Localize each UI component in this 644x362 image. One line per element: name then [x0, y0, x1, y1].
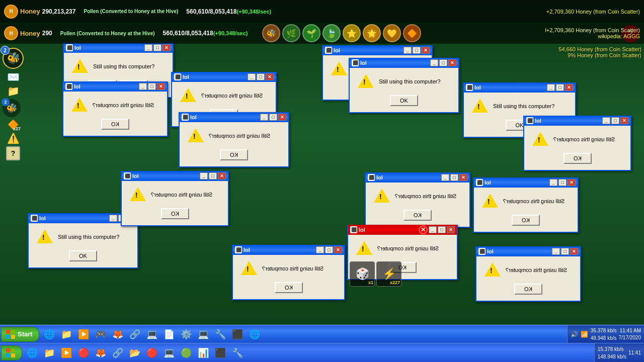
dialog-minimize-btn[interactable]: _ [139, 83, 147, 90]
icon-warning[interactable]: ⚠️ [3, 132, 24, 144]
dialog-close-btn[interactable]: ✕ [620, 117, 628, 124]
taskbar-ie-icon[interactable]: 🌐 [41, 327, 57, 341]
dialog-close-btn[interactable]: ✕ [568, 179, 576, 186]
dialog-close-btn[interactable]: ✕ [157, 83, 165, 90]
dialog-maximize-btn[interactable]: □ [450, 174, 458, 181]
dialog-ok-btn[interactable]: KO [101, 119, 129, 130]
dialog-close-btn[interactable]: ✕ [447, 226, 455, 233]
dialog-ok-btn[interactable]: KO [161, 208, 189, 219]
dialog-close-btn[interactable]: ✕ [218, 172, 226, 179]
icon-envelope[interactable]: ✉️ [3, 71, 24, 83]
dialog-minimize-btn[interactable]: _ [200, 172, 208, 179]
dialog-close-btn[interactable]: ✕ [334, 246, 342, 253]
dialog-ok-btn[interactable]: OK [390, 95, 418, 106]
taskbar-game-icon[interactable]: 🎮 [93, 327, 109, 341]
dialog-maximize-btn[interactable]: □ [153, 44, 162, 51]
taskbar2-cmd2-icon[interactable]: ⬛ [212, 346, 228, 360]
taskbar2-util2-icon[interactable]: 🔧 [229, 346, 246, 360]
taskbar-net-icon[interactable]: 🔗 [127, 327, 143, 341]
col-lightning[interactable]: ⚡ x227 [376, 261, 401, 287]
icon-bee2[interactable]: 🐝 2 [3, 99, 24, 117]
taskbar-settings-icon[interactable]: ⚙️ [178, 327, 194, 341]
start-button[interactable]: Start [1, 327, 39, 342]
taskbar-media-icon[interactable]: ▶️ [75, 327, 92, 341]
dialog-maximize-btn[interactable]: □ [209, 172, 217, 179]
taskbar2-net-icon[interactable]: 🔗 [110, 346, 126, 360]
taskbar2-ie-icon[interactable]: 🌐 [24, 346, 40, 360]
dialog-ok-btn[interactable]: KO [512, 215, 540, 226]
taskbar-doc-icon[interactable]: 📄 [161, 327, 177, 341]
dialog-minimize-btn[interactable]: _ [109, 215, 117, 222]
dialog-maximize-btn[interactable]: □ [413, 47, 421, 54]
dialog-close-btn[interactable]: ✕ [448, 59, 456, 66]
red-close-icon[interactable]: ✕ [419, 225, 428, 234]
taskbar2-folder-icon[interactable]: 📁 [41, 346, 57, 360]
game-icon-leaf[interactable]: 🌿 [282, 24, 300, 42]
taskbar2-folder2-icon[interactable]: 📂 [127, 346, 143, 360]
dialog-close-btn[interactable]: ✕ [266, 73, 274, 80]
taskbar-folder-icon[interactable]: 📁 [58, 327, 74, 341]
col-dice[interactable]: 🎲 x1 [350, 261, 375, 287]
dialog-minimize-btn[interactable]: _ [552, 248, 560, 255]
game-icon-orange[interactable]: 🔶 [403, 24, 421, 42]
taskbar-computer-icon[interactable]: 💻 [144, 327, 160, 341]
dialog-maximize-btn[interactable]: □ [325, 246, 333, 253]
taskbar2-red-icon[interactable]: 🔴 [144, 346, 160, 360]
dialog-minimize-btn[interactable]: _ [316, 246, 324, 253]
dialog-maximize-btn[interactable]: □ [269, 114, 277, 121]
taskbar2-green-icon[interactable]: 🟢 [178, 346, 194, 360]
dialog-close-btn[interactable]: ✕ [459, 174, 467, 181]
dialog-close-btn[interactable]: ✕ [278, 114, 286, 121]
dialog-ok-btn[interactable]: OK [69, 250, 97, 261]
dialog-maximize-btn[interactable]: □ [556, 84, 564, 91]
icon-x27[interactable]: 🔶 x27 [3, 119, 24, 130]
dialog-close-btn[interactable]: ✕ [570, 248, 578, 255]
game-icon-green[interactable]: 🍃 [323, 24, 341, 42]
taskbar-util-icon[interactable]: 🔧 [212, 327, 228, 341]
start-button-2[interactable] [1, 345, 22, 360]
dialog-maximize-btn[interactable]: □ [148, 83, 156, 90]
game-icon-gold[interactable]: 💛 [383, 24, 401, 42]
dialog-close-btn[interactable]: ✕ [565, 84, 573, 91]
dialog-maximize-btn[interactable]: □ [561, 248, 569, 255]
dialog-minimize-btn[interactable]: _ [441, 174, 449, 181]
taskbar-net2-icon[interactable]: 🌐 [247, 327, 263, 341]
dialog-minimize-btn[interactable]: _ [429, 226, 437, 233]
dialog-minimize-btn[interactable]: _ [430, 59, 438, 66]
dialog-maximize-btn[interactable]: □ [257, 73, 265, 80]
taskbar2-media-icon[interactable]: ▶️ [58, 346, 74, 360]
taskbar2-sys-icon[interactable]: 💻 [161, 346, 177, 360]
icon-question[interactable]: ? [3, 146, 24, 160]
dialog-maximize-btn[interactable]: □ [439, 59, 447, 66]
dialog-ok-btn[interactable]: KO [404, 210, 432, 221]
game-icon-star2[interactable]: 🌟 [363, 24, 381, 42]
dialog-ok-btn[interactable]: KO [220, 149, 248, 160]
dialog-ok-btn[interactable]: KO [275, 282, 303, 293]
game-icon-bee[interactable]: 🐝 [262, 24, 280, 42]
dialog-ok-btn[interactable]: KO [514, 284, 542, 295]
tray-network[interactable]: 📶 [581, 330, 589, 338]
dialog-minimize-btn[interactable]: _ [404, 47, 412, 54]
taskbar-terminal-icon[interactable]: ⬛ [229, 327, 246, 341]
tray-volume[interactable]: 🔊 [571, 330, 579, 338]
bee-counter-icon[interactable]: 🐝 2 [3, 48, 24, 69]
taskbar2-sheet-icon[interactable]: 📊 [195, 346, 211, 360]
dialog-maximize-btn[interactable]: □ [438, 226, 446, 233]
dialog-close-btn[interactable]: ✕ [163, 44, 171, 51]
dialog-ok-btn[interactable]: KO [564, 153, 592, 164]
dialog-minimize-btn[interactable]: _ [549, 179, 557, 186]
taskbar-cmd-icon[interactable]: 💻 [195, 327, 211, 341]
dialog-close-btn[interactable]: ✕ [422, 47, 430, 54]
dialog-minimize-btn[interactable]: _ [602, 117, 610, 124]
icon-folder[interactable]: 📁 [3, 85, 24, 97]
dialog-maximize-btn[interactable]: □ [558, 179, 567, 186]
taskbar2-ff-icon[interactable]: 🦊 [93, 346, 109, 360]
game-icon-plant[interactable]: 🌱 [302, 24, 320, 42]
dialog-minimize-btn[interactable]: _ [260, 114, 268, 121]
dialog-minimize-btn[interactable]: _ [248, 73, 256, 80]
dialog-maximize-btn[interactable]: □ [611, 117, 619, 124]
dialog-minimize-btn[interactable]: _ [144, 44, 152, 51]
game-icon-star1[interactable]: ⭐ [343, 24, 361, 42]
taskbar2-game-icon[interactable]: 🔴 [75, 346, 92, 360]
taskbar-ff-icon[interactable]: 🦊 [110, 327, 126, 341]
